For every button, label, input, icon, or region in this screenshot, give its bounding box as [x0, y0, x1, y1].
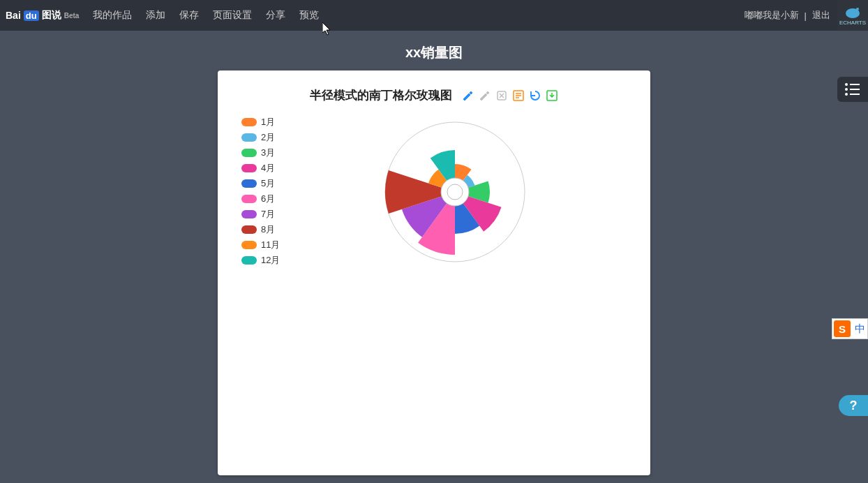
svg-point-1	[856, 8, 859, 10]
nav-add[interactable]: 添加	[146, 9, 165, 22]
nav-save[interactable]: 保存	[179, 9, 199, 22]
legend-label: 1月	[261, 116, 275, 128]
legend-label: 4月	[261, 162, 275, 174]
legend-swatch	[241, 256, 257, 265]
svg-point-15	[845, 93, 848, 96]
restore-icon[interactable]	[529, 89, 541, 102]
legend-label: 8月	[261, 223, 275, 236]
legend-swatch	[241, 241, 257, 249]
legend-swatch	[241, 225, 257, 234]
list-icon	[844, 82, 861, 96]
ime-sogou-icon: S	[834, 320, 851, 337]
legend-swatch	[241, 179, 257, 188]
help-button[interactable]: ?	[839, 395, 868, 416]
rose-chart[interactable]	[375, 112, 535, 272]
mark-icon[interactable]	[462, 89, 474, 102]
legend-item[interactable]: 7月	[241, 208, 280, 221]
svg-rect-14	[850, 89, 860, 90]
legend-item[interactable]: 3月	[241, 147, 280, 159]
legend-item[interactable]: 12月	[241, 254, 280, 267]
legend-item[interactable]: 2月	[241, 131, 280, 144]
nav-preview[interactable]: 预览	[299, 9, 319, 22]
page-title: xx销量图	[0, 43, 868, 62]
chart-card: 半径模式的南丁格尔玫瑰图 1月2月3月4月5月6月7月8月11月12月	[218, 70, 650, 475]
main-nav: 我的作品 添加 保存 页面设置 分享 预览	[93, 9, 319, 22]
data-view-icon[interactable]	[512, 89, 525, 102]
nav-my-works[interactable]: 我的作品	[93, 9, 132, 22]
nav-page-settings[interactable]: 页面设置	[213, 9, 252, 22]
legend-label: 3月	[261, 147, 275, 159]
legend-label: 5月	[261, 177, 275, 190]
legend-item[interactable]: 8月	[241, 223, 280, 236]
user-area: 嘟嘟我是小新 | 退出	[744, 9, 830, 22]
legend-swatch	[241, 210, 257, 218]
user-name[interactable]: 嘟嘟我是小新	[744, 9, 799, 22]
legend-swatch	[241, 164, 257, 172]
svg-point-10	[447, 184, 463, 200]
echarts-logo[interactable]: ECHARTS	[837, 0, 868, 31]
brand-mid: du	[24, 10, 39, 21]
ime-lang: 中	[852, 321, 867, 336]
legend-swatch	[241, 149, 257, 157]
legend-item[interactable]: 1月	[241, 116, 280, 128]
brand-beta: Beta	[64, 12, 80, 20]
svg-point-13	[845, 88, 848, 91]
save-image-icon[interactable]	[546, 89, 558, 102]
legend-swatch	[241, 195, 257, 203]
legend-label: 12月	[261, 254, 280, 267]
legend-label: 2月	[261, 131, 275, 144]
brand-right: 图说	[42, 9, 61, 22]
logout-link[interactable]: 退出	[812, 9, 830, 22]
legend-item[interactable]: 5月	[241, 177, 280, 190]
svg-rect-12	[850, 84, 860, 85]
nav-share[interactable]: 分享	[266, 9, 285, 22]
side-panel-toggle[interactable]	[837, 77, 868, 102]
legend-item[interactable]: 6月	[241, 193, 280, 205]
svg-rect-16	[850, 94, 860, 95]
legend-item[interactable]: 11月	[241, 239, 280, 251]
echarts-label: ECHARTS	[839, 20, 866, 26]
ime-indicator[interactable]: S 中	[832, 318, 868, 339]
legend-swatch	[241, 133, 257, 142]
top-bar: Baidu图说 Beta 我的作品 添加 保存 页面设置 分享 预览 嘟嘟我是小…	[0, 0, 868, 31]
chart-toolbox	[462, 89, 558, 102]
legend-label: 7月	[261, 208, 275, 221]
legend-label: 6月	[261, 193, 275, 205]
mark-undo-icon[interactable]	[495, 89, 508, 102]
chart-title: 半径模式的南丁格尔玫瑰图	[310, 87, 452, 103]
svg-point-11	[845, 83, 848, 86]
chart-legend: 1月2月3月4月5月6月7月8月11月12月	[241, 116, 280, 267]
mark-clear-icon[interactable]	[479, 89, 491, 102]
legend-label: 11月	[261, 239, 280, 251]
brand-logo[interactable]: Baidu图说 Beta	[6, 9, 79, 22]
brand-left: Bai	[6, 10, 21, 21]
legend-swatch	[241, 118, 257, 126]
legend-item[interactable]: 4月	[241, 162, 280, 174]
